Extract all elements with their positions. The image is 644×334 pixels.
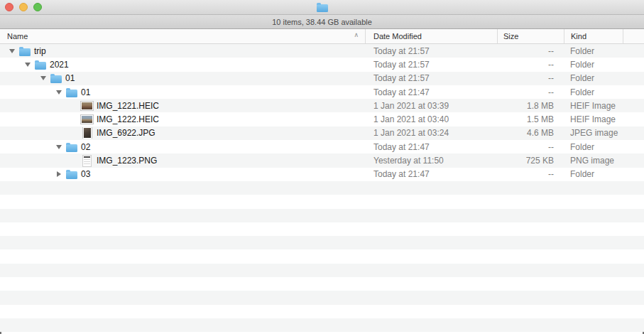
name-cell: 2021 — [0, 60, 365, 70]
file-size: 4.6 MB — [497, 128, 564, 138]
table-row[interactable]: tripToday at 21:57--Folder — [0, 44, 644, 58]
name-cell: IMG_1222.HEIC — [0, 114, 365, 124]
table-row[interactable]: 01Today at 21:47--Folder — [0, 85, 644, 99]
folder-icon — [35, 62, 46, 70]
column-header-row: Name ∧ Date Modified Size Kind — [0, 29, 644, 44]
icon-slot — [65, 87, 77, 97]
indent-spacer — [0, 133, 68, 134]
date-modified: Yesterday at 11:50 — [365, 156, 497, 166]
file-name: 02 — [81, 142, 90, 152]
icon-slot — [81, 115, 93, 124]
icon-slot — [65, 169, 77, 179]
empty-row — [0, 209, 644, 222]
disclosure-triangle-expanded[interactable] — [37, 76, 50, 80]
zoom-button[interactable] — [33, 3, 42, 11]
sort-ascending-icon: ∧ — [354, 31, 359, 38]
file-size: -- — [497, 87, 564, 97]
icon-slot — [50, 73, 62, 83]
jpeg-thumbnail — [83, 127, 92, 139]
table-row[interactable]: IMG_1223.PNGYesterday at 11:50725 KBPNG … — [0, 153, 644, 167]
table-row[interactable]: IMG_1221.HEIC1 Jan 2021 at 03:391.8 MBHE… — [0, 99, 644, 112]
file-name: IMG_1223.PNG — [97, 156, 157, 166]
column-header-size[interactable]: Size — [497, 29, 564, 43]
table-row[interactable]: 03Today at 21:47--Folder — [0, 168, 644, 181]
file-size: 1.8 MB — [497, 101, 564, 111]
empty-row — [0, 181, 644, 195]
icon-slot — [65, 142, 77, 152]
disclosure-triangle-expanded[interactable] — [21, 63, 34, 67]
triangle-glyph — [57, 171, 61, 177]
date-modified: 1 Jan 2021 at 03:39 — [365, 101, 497, 111]
icon-slot — [18, 46, 31, 56]
triangle-glyph — [40, 76, 46, 80]
table-row[interactable]: 01Today at 21:57--Folder — [0, 72, 644, 85]
empty-row — [0, 249, 644, 263]
folder-icon — [66, 144, 77, 152]
indent-spacer — [0, 174, 53, 175]
status-bar: 10 items, 38.44 GB available — [0, 15, 644, 29]
indent-spacer — [0, 78, 37, 79]
disclosure-triangle-expanded[interactable] — [6, 49, 18, 53]
column-header-size-label: Size — [503, 32, 518, 41]
disclosure-triangle-collapsed[interactable] — [53, 171, 65, 177]
minimize-button[interactable] — [19, 3, 28, 11]
disclosure-triangle-expanded[interactable] — [53, 145, 65, 149]
empty-row — [0, 291, 644, 304]
indent-spacer — [0, 105, 68, 106]
icon-slot — [81, 102, 93, 110]
file-size: 1.5 MB — [497, 114, 564, 124]
file-list: tripToday at 21:57--Folder2021Today at 2… — [0, 44, 644, 334]
file-kind: PNG image — [564, 156, 644, 166]
column-header-name[interactable]: Name ∧ — [0, 29, 365, 43]
traffic-lights — [5, 3, 42, 11]
date-modified: Today at 21:57 — [365, 73, 497, 83]
file-kind: Folder — [564, 73, 644, 83]
date-modified: Today at 21:57 — [365, 46, 497, 56]
table-row[interactable]: 02Today at 21:47--Folder — [0, 140, 644, 153]
empty-row — [0, 318, 644, 332]
file-name: trip — [34, 46, 46, 56]
file-name: IMG_1222.HEIC — [97, 114, 159, 124]
file-size: 725 KB — [497, 156, 564, 166]
name-cell: 02 — [0, 142, 365, 152]
icon-slot — [81, 127, 93, 139]
folder-proxy-icon[interactable] — [317, 4, 328, 12]
file-name: IMG_1221.HEIC — [97, 101, 159, 111]
heif-thumbnail-1 — [81, 102, 93, 110]
column-header-date-label: Date Modified — [373, 32, 422, 41]
file-size: -- — [497, 46, 564, 56]
empty-row — [0, 195, 644, 208]
triangle-glyph — [9, 49, 15, 53]
table-row[interactable]: IMG_6922.JPG1 Jan 2021 at 03:244.6 MBJPE… — [0, 126, 644, 140]
finder-window: 10 items, 38.44 GB available Name ∧ Date… — [0, 0, 644, 334]
name-cell: IMG_1221.HEIC — [0, 101, 365, 111]
triangle-glyph — [25, 63, 31, 67]
name-cell: 03 — [0, 169, 365, 179]
icon-slot — [81, 155, 93, 167]
column-header-name-label: Name — [7, 32, 28, 41]
indent-spacer — [0, 64, 21, 65]
disclosure-triangle-expanded[interactable] — [53, 90, 65, 95]
table-row[interactable]: 2021Today at 21:57--Folder — [0, 58, 644, 71]
table-row[interactable]: IMG_1222.HEIC1 Jan 2021 at 03:401.5 MBHE… — [0, 112, 644, 126]
window-titlebar[interactable] — [0, 0, 644, 15]
file-kind: Folder — [564, 169, 644, 179]
column-header-kind[interactable]: Kind — [564, 29, 623, 43]
date-modified: Today at 21:47 — [365, 169, 497, 179]
heif-thumbnail-2 — [81, 115, 93, 124]
empty-row — [0, 305, 644, 318]
file-kind: HEIF Image — [564, 114, 644, 124]
indent-spacer — [0, 50, 6, 51]
file-name: 03 — [81, 169, 90, 179]
folder-icon — [19, 48, 31, 56]
close-button[interactable] — [5, 3, 13, 11]
name-cell: IMG_6922.JPG — [0, 127, 365, 139]
column-header-date-modified[interactable]: Date Modified — [365, 29, 497, 43]
status-text: 10 items, 38.44 GB available — [272, 18, 372, 26]
folder-icon — [66, 171, 77, 179]
date-modified: Today at 21:47 — [365, 142, 497, 152]
empty-row — [0, 264, 644, 277]
file-size: -- — [497, 142, 564, 152]
date-modified: Today at 21:57 — [365, 60, 497, 70]
column-header-kind-label: Kind — [571, 32, 586, 41]
